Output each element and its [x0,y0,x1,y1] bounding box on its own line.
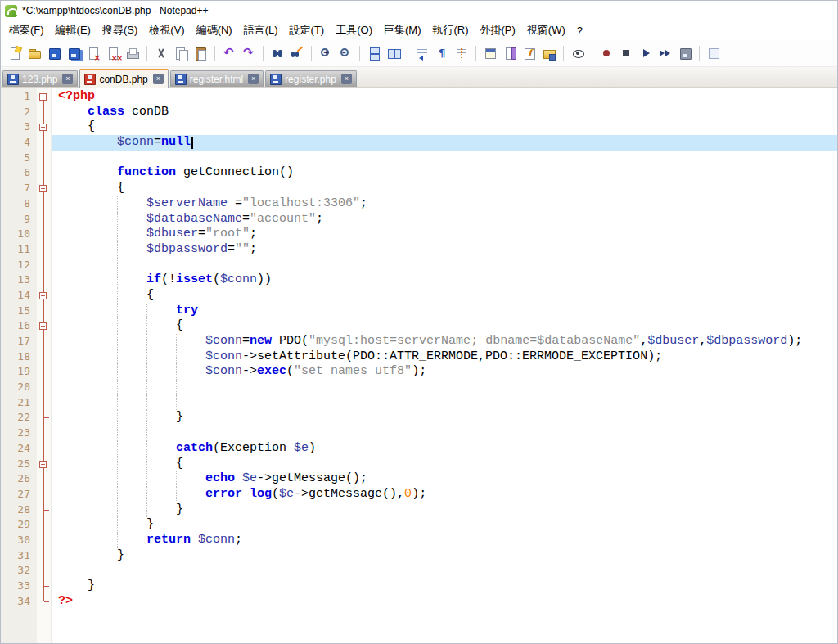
code-line[interactable]: error_log($e->getMessage(),0); [52,487,837,502]
code-line[interactable]: } [52,517,837,533]
menu-item-language[interactable]: 語言(L) [238,21,284,39]
line-number[interactable]: 29 [1,517,30,533]
save-all-button[interactable] [65,44,83,62]
menu-item-view[interactable]: 檢視(V) [143,21,190,39]
line-number[interactable]: 19 [1,364,30,380]
tab-conDB.php[interactable]: conDB.php× [79,69,168,88]
line-number[interactable]: 21 [1,395,30,411]
stop-macro-button[interactable] [617,44,635,62]
line-number[interactable]: 32 [1,563,30,579]
run-macro-multiple-button[interactable] [656,44,674,62]
menu-item-help[interactable]: ? [571,23,588,38]
line-number[interactable]: 2 [1,105,30,120]
doc-switcher-button[interactable] [705,44,723,62]
line-number[interactable]: 10 [1,227,30,242]
show-all-characters-button[interactable] [433,44,451,62]
print-button[interactable] [124,44,142,62]
line-number[interactable]: 25 [1,457,30,472]
document-map-button[interactable] [501,44,519,62]
tab-close-icon[interactable]: × [248,74,259,84]
menu-item-macro[interactable]: 巨集(M) [378,21,427,39]
menu-item-search[interactable]: 搜尋(S) [97,21,143,39]
line-number[interactable]: 15 [1,304,30,319]
menu-item-edit[interactable]: 編輯(E) [50,21,97,39]
indent-guide-button[interactable] [453,44,471,62]
close-all-button[interactable] [104,44,122,62]
menu-item-settings[interactable]: 設定(T) [284,21,331,39]
menu-item-plugins[interactable]: 外掛(P) [475,21,521,39]
fold-toggle-icon[interactable] [37,89,51,105]
new-file-button[interactable] [6,44,24,62]
save-macro-button[interactable] [676,44,694,62]
code-line[interactable]: $serverName ="localhost:3306"; [52,196,837,212]
code-line[interactable]: echo $e->getMessage(); [52,471,837,487]
open-file-button[interactable] [25,44,43,62]
code-line[interactable]: { [52,181,837,196]
tab-close-icon[interactable]: × [341,74,352,84]
line-number[interactable]: 1 [1,89,30,105]
line-number[interactable]: 30 [1,533,30,548]
code-line[interactable] [52,563,837,579]
line-number[interactable]: 17 [1,334,30,349]
line-number[interactable]: 16 [1,318,30,334]
code-line[interactable]: $dbuser="root"; [52,227,837,242]
user-defined-language-button[interactable] [481,44,499,62]
folder-as-workspace-button[interactable] [540,44,558,62]
line-number[interactable]: 8 [1,196,30,212]
line-number[interactable]: 3 [1,119,30,135]
line-number[interactable]: 14 [1,288,30,304]
line-number[interactable]: 28 [1,502,30,518]
undo-button[interactable] [220,44,238,62]
code-line[interactable]: $conn->exec("set names utf8"); [52,364,837,380]
code-line[interactable] [52,395,837,411]
code-line[interactable]: $conn=new PDO("mysql:host=serverName; db… [52,334,837,349]
line-number[interactable]: 5 [1,151,30,166]
sync-horizontal-button[interactable] [385,44,403,62]
close-button[interactable] [84,44,102,62]
line-number[interactable]: 6 [1,165,30,181]
fold-collapse-box-icon[interactable] [39,124,47,131]
fold-toggle-icon[interactable] [37,318,51,334]
code-line[interactable]: function getConnection() [52,165,837,181]
paste-button[interactable] [191,44,210,62]
tab-close-icon[interactable]: × [153,74,164,84]
line-number[interactable]: 18 [1,349,30,365]
code-line[interactable] [52,151,837,166]
fold-collapse-box-icon[interactable] [39,322,47,330]
find-button[interactable] [268,44,286,62]
tab-register.html[interactable]: register.html× [170,70,264,87]
code-area[interactable]: <?php class conDB { $conn=null function … [52,88,837,643]
code-line[interactable]: try [52,304,837,319]
line-number[interactable]: 22 [1,410,30,426]
zoom-in-button[interactable] [317,44,335,62]
code-line[interactable]: $conn->setAttribute(PDO::ATTR_ERRMODE,PD… [52,349,837,365]
line-number[interactable]: 20 [1,380,30,395]
function-list-button[interactable] [520,44,538,62]
code-line[interactable]: } [52,410,837,426]
code-line[interactable]: $dbpassword=""; [52,242,837,258]
code-line[interactable] [52,380,837,395]
menu-item-run[interactable]: 執行(R) [426,21,474,39]
playback-macro-button[interactable] [637,44,655,62]
menu-item-file[interactable]: 檔案(F) [3,21,50,39]
line-number[interactable]: 31 [1,548,30,564]
zoom-out-button[interactable] [336,44,354,62]
line-number[interactable]: 33 [1,579,30,594]
fold-toggle-icon[interactable] [37,288,51,304]
code-line[interactable]: class conDB [52,105,837,120]
line-number[interactable]: 23 [1,426,30,441]
code-line[interactable]: { [52,119,837,135]
record-macro-button[interactable] [597,44,615,62]
code-line[interactable]: if(!isset($conn)) [52,272,837,288]
fold-collapse-box-icon[interactable] [39,93,47,101]
tab-123.php[interactable]: 123.php× [2,70,78,87]
code-line[interactable]: $conn=null [52,135,837,151]
fold-collapse-box-icon[interactable] [39,292,47,299]
line-number[interactable]: 34 [1,594,30,610]
code-line[interactable]: } [52,502,837,518]
menu-item-window[interactable]: 視窗(W) [521,21,571,39]
code-line[interactable]: ?> [52,594,837,610]
copy-button[interactable] [172,44,190,62]
code-line[interactable]: { [52,288,837,304]
code-line[interactable]: } [52,548,837,564]
